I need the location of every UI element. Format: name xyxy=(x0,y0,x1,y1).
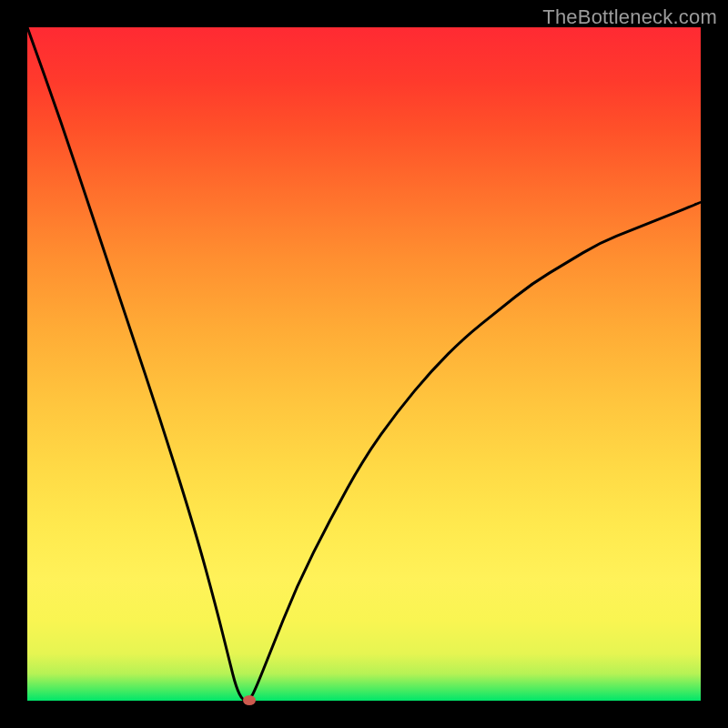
plot-area xyxy=(27,27,701,701)
optimal-point-marker xyxy=(243,695,256,705)
watermark-text: TheBottleneck.com xyxy=(542,5,717,29)
curve-svg xyxy=(27,27,701,701)
bottleneck-curve-path xyxy=(27,27,701,701)
chart-frame: TheBottleneck.com xyxy=(0,0,728,728)
